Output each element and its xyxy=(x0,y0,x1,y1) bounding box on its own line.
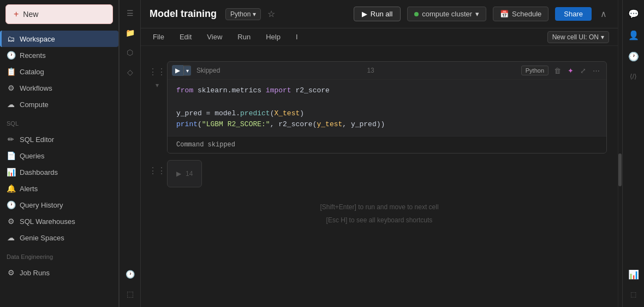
calendar-icon: 📅 xyxy=(500,10,509,18)
cell-13-output: Command skipped xyxy=(168,136,606,153)
sidebar-item-query-history[interactable]: 🕐 Query History xyxy=(0,197,118,213)
cell-13-language[interactable]: Python xyxy=(521,66,548,75)
user-icon[interactable]: 👤 xyxy=(624,26,643,45)
sidebar-item-compute-label: Compute xyxy=(20,101,49,109)
code-icon[interactable]: ⟨/⟩ xyxy=(625,68,641,85)
sidebar-item-sql-editor[interactable]: ✏ SQL Editor xyxy=(0,131,118,147)
code-xtest-param: X_test xyxy=(274,109,300,117)
sidebar-item-job-runs-label: Job Runs xyxy=(20,269,50,277)
delete-cell-13[interactable]: 🗑 xyxy=(552,66,563,76)
run-btn-group-13: ▶ ▾ xyxy=(172,65,191,76)
cell-wrapper-13: ⋮⋮ ▾ ▶ ▾ Skipped 13 Python 🗑 ✦ ⤢ xyxy=(152,61,607,154)
notebook-title: Model training xyxy=(150,8,217,20)
ai-btn-13[interactable]: ✦ xyxy=(565,66,576,76)
menu-view[interactable]: View xyxy=(204,31,225,43)
run-button-13[interactable]: ▶ xyxy=(172,65,183,76)
sidebar-item-catalog-label: Catalog xyxy=(20,68,44,76)
code-sklearn: sklearn.metrics xyxy=(198,86,266,95)
cell-14-number: 14 xyxy=(186,170,193,178)
right-sidebar: 💬 👤 🕐 ⟨/⟩ 📊 ⬚ xyxy=(622,0,644,307)
compute-cluster-button[interactable]: compute cluster ▾ xyxy=(407,7,486,21)
code-line-4: print("LGBM R2_SCORE:", r2_score(y_test,… xyxy=(176,119,598,131)
sidebar-item-recents[interactable]: 🕐 Recents xyxy=(0,47,118,63)
main-area: Model training Python ▾ ☆ ▶ Run all comp… xyxy=(141,0,618,307)
scrollbar-thumb[interactable] xyxy=(618,154,622,186)
code-line-3: y_pred = model.predict(X_test) xyxy=(176,108,598,120)
sidebar-item-alerts[interactable]: 🔔 Alerts xyxy=(0,180,118,197)
drag-handle-13[interactable]: ⋮⋮ xyxy=(148,67,166,77)
sidebar-item-compute[interactable]: ☁ Compute xyxy=(0,96,118,113)
query-history-icon: 🕐 xyxy=(7,200,15,209)
sidebar-item-dashboards[interactable]: 📊 Dashboards xyxy=(0,164,118,180)
code-print: print xyxy=(176,120,198,128)
language-selector[interactable]: Python ▾ xyxy=(225,8,261,20)
code-r2score: r2_score xyxy=(295,86,329,95)
new-cell-ui-toggle[interactable]: New cell UI: ON ▾ xyxy=(547,31,609,43)
sql-nav: ✏ SQL Editor 📄 Queries 📊 Dashboards 🔔 Al… xyxy=(0,129,118,248)
icon-rail: ☰ 📁 ⬡ ◇ 🕐 ⬚ xyxy=(119,0,141,307)
sidebar-item-queries-label: Queries xyxy=(20,152,45,160)
job-runs-icon: ⚙ xyxy=(7,268,15,277)
keyword-import: import xyxy=(266,86,291,95)
history-icon[interactable]: 🕐 xyxy=(624,47,643,66)
menu-run[interactable]: Run xyxy=(234,31,254,43)
bottom-icon[interactable]: ⬚ xyxy=(122,285,138,303)
hint-2: [Esc H] to see all keyboard shortcuts xyxy=(163,214,596,227)
code-ytest: y_test xyxy=(317,120,342,128)
cell-13: ▶ ▾ Skipped 13 Python 🗑 ✦ ⤢ ⋯ from xyxy=(167,61,607,154)
diamond-icon[interactable]: ◇ xyxy=(123,63,138,81)
sidebar-item-sql-warehouses-label: SQL Warehouses xyxy=(20,217,75,226)
cell-gutter-14: ⋮⋮ xyxy=(152,160,163,176)
sidebar-item-workflows-label: Workflows xyxy=(20,84,52,92)
schedule-button[interactable]: 📅 Schedule xyxy=(493,7,548,21)
sidebar-item-queries[interactable]: 📄 Queries xyxy=(0,147,118,164)
chart-icon[interactable]: 📊 xyxy=(624,265,643,284)
compute-icon: ☁ xyxy=(7,100,15,109)
cell-13-body[interactable]: from sklearn.metrics import r2_score y_p… xyxy=(168,80,606,136)
sidebar-item-genie-spaces[interactable]: ☁ Genie Spaces xyxy=(0,229,118,246)
collapse-button[interactable]: ∧ xyxy=(598,7,609,21)
schema-icon[interactable]: ⬡ xyxy=(122,44,138,61)
code-p1: ( xyxy=(198,120,202,128)
workflows-icon: ⚙ xyxy=(7,84,15,92)
sidebar-item-alerts-label: Alerts xyxy=(20,185,38,193)
run-all-icon: ▶ xyxy=(362,10,367,18)
menu-edit[interactable]: Edit xyxy=(176,31,195,43)
menu-help[interactable]: Help xyxy=(263,31,284,43)
folder-icon[interactable]: 📁 xyxy=(121,24,139,42)
language-chevron: ▾ xyxy=(253,10,256,18)
topbar: Model training Python ▾ ☆ ▶ Run all comp… xyxy=(141,0,618,28)
drag-handle-14[interactable]: ⋮⋮ xyxy=(148,166,166,176)
data-engineering-nav: ⚙ Job Runs xyxy=(0,262,118,283)
code-ypred: y_pred = model. xyxy=(176,109,240,117)
main-nav: 🗂 Workspace 🕐 Recents 📋 Catalog ⚙ Workfl… xyxy=(0,28,118,115)
cell-13-actions: 🗑 ✦ ⤢ ⋯ xyxy=(552,66,602,76)
plus-icon: + xyxy=(14,9,19,19)
bottom-panel-icon[interactable]: ⬚ xyxy=(626,286,641,303)
queries-icon: 📄 xyxy=(7,151,15,160)
menu-i[interactable]: I xyxy=(293,31,301,43)
notebook-icon[interactable]: ☰ xyxy=(122,4,138,22)
sidebar: + New 🗂 Workspace 🕐 Recents 📋 Catalog ⚙ … xyxy=(0,0,119,307)
sidebar-item-workspace[interactable]: 🗂 Workspace xyxy=(0,31,118,47)
run-dropdown-13[interactable]: ▾ xyxy=(183,66,191,75)
menu-file[interactable]: File xyxy=(150,31,168,43)
share-button[interactable]: Share xyxy=(555,7,592,21)
run-all-button[interactable]: ▶ Run all xyxy=(354,7,401,21)
cell-14[interactable]: ▶ 14 xyxy=(167,160,202,187)
sidebar-item-workspace-label: Workspace xyxy=(20,35,55,43)
new-button[interactable]: + New xyxy=(5,4,113,24)
notebook: ⋮⋮ ▾ ▶ ▾ Skipped 13 Python 🗑 ✦ ⤢ xyxy=(141,46,618,307)
sidebar-item-catalog[interactable]: 📋 Catalog xyxy=(0,63,118,80)
run-button-14[interactable]: ▶ xyxy=(176,170,181,178)
comments-icon[interactable]: 💬 xyxy=(624,4,643,23)
history-icon-rail[interactable]: 🕐 xyxy=(121,265,139,283)
sidebar-item-job-runs[interactable]: ⚙ Job Runs xyxy=(0,264,118,281)
code-p2: , r2_score( xyxy=(270,120,317,128)
more-cell-13[interactable]: ⋯ xyxy=(591,66,602,76)
expand-cell-13[interactable]: ⤢ xyxy=(578,66,588,76)
sidebar-item-sql-warehouses[interactable]: ⚙ SQL Warehouses xyxy=(0,213,118,229)
star-button[interactable]: ☆ xyxy=(267,9,275,19)
sidebar-item-workflows[interactable]: ⚙ Workflows xyxy=(0,80,118,96)
collapse-arrow-13[interactable]: ▾ xyxy=(156,81,159,89)
